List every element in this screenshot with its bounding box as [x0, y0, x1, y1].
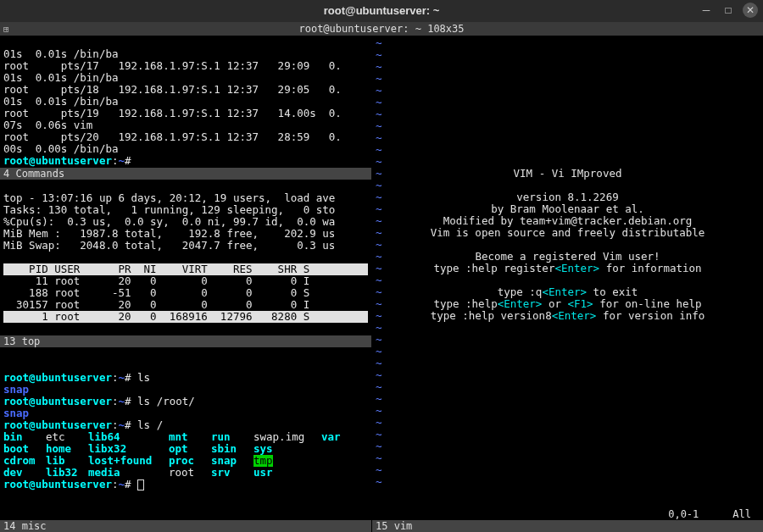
blank-line [3, 251, 10, 263]
maximize-button[interactable]: □ [721, 3, 736, 18]
pane-status-top: 13 top [0, 335, 371, 347]
top-row: 30157 root 20 0 0 0 0 I [3, 298, 309, 311]
vim-title: VIM - Vi IMproved [372, 168, 763, 180]
left-column: 01s 0.01s /bin/ba root pts/17 192.168.1.… [0, 36, 371, 532]
vim-version: version 8.1.2269 [372, 191, 763, 203]
titlebar[interactable]: root@ubuntuserver: ~ ─ □ ✕ [0, 0, 763, 22]
vim-become: Become a registered Vim user! [372, 251, 763, 263]
pane-status-label: 4 Commands [3, 168, 64, 180]
vim-author: by Bram Moolenaar et al. [372, 203, 763, 215]
vim-quit: type :q<Enter> to exit [372, 286, 763, 298]
vim-position: 0,0-1 [668, 508, 699, 520]
w-line: root pts/18 192.168.1.97:S.1 12:37 29:05… [3, 83, 342, 96]
pane-status-commands: 4 Commands [0, 168, 371, 180]
pane-status-misc: 14 misc [0, 520, 371, 532]
w-line: 07s 0.06s vim [3, 119, 92, 131]
top-tasks: Tasks: 130 total, 1 running, 129 sleepin… [3, 203, 335, 216]
top-row: 11 root 20 0 0 0 0 I [3, 274, 309, 287]
prompt-line: root@ubuntuserver:~# ls /root/ [3, 395, 195, 407]
minimize-button[interactable]: ─ [699, 3, 714, 18]
terminal-area[interactable]: 01s 0.01s /bin/ba root pts/17 192.168.1.… [0, 36, 763, 532]
top-row-selected: 1 root 20 0 168916 12796 8280 S [3, 311, 368, 323]
vim-scroll: All [732, 508, 751, 520]
w-line: root pts/17 192.168.1.97:S.1 12:37 29:09… [3, 59, 342, 72]
w-line: 01s 0.01s /bin/ba [3, 95, 118, 108]
ls-root-row: cdromliblost+foundprocsnaptmp [3, 454, 273, 467]
w-line: 01s 0.01s /bin/ba [3, 47, 118, 60]
prompt-line-active[interactable]: root@ubuntuserver:~# [3, 478, 144, 490]
ls-root-row: binetclib64mntrunswap.imgvar [3, 430, 341, 443]
terminal-window: root@ubuntuserver: ~ ─ □ ✕ ⊞ root@ubuntu… [0, 0, 763, 532]
close-button[interactable]: ✕ [743, 3, 758, 18]
w-line: root pts/20 192.168.1.97:S.1 12:37 28:59… [3, 130, 342, 143]
ls-root-row: devlib32mediarootsrvusr [3, 466, 321, 479]
pane-grid-icon[interactable]: ⊞ [3, 23, 9, 36]
window-title: root@ubuntuserver: ~ [0, 5, 763, 17]
ls-root-row: boothomelibx32optsbinsys [3, 442, 321, 455]
top-header: PID USER PR NI VIRT RES SHR S [3, 263, 368, 275]
top-row: 188 root -51 0 0 0 0 S [3, 286, 309, 299]
w-line: root pts/19 192.168.1.97:S.1 12:37 14.00… [3, 107, 342, 119]
pane-status-label: 14 misc [3, 520, 47, 532]
prompt-line: root@ubuntuserver:~# ls [3, 371, 150, 384]
prompt: root@ubuntuserver:~# [3, 154, 131, 167]
window-controls: ─ □ ✕ [699, 3, 758, 18]
vim-position-bar: 0,0-1 All [372, 508, 763, 520]
w-line: 00s 0.00s /bin/ba [3, 142, 118, 155]
pane-vim[interactable]: ~~~~~~~~~~~~~~~~~~~~~~~~~~~~~~~~~~~~~~ V… [371, 36, 763, 532]
vim-tildes: ~~~~~~~~~~~~~~~~~~~~~~~~~~~~~~~~~~~~~~ [376, 37, 382, 488]
pane-misc[interactable]: root@ubuntuserver:~# ls snap root@ubuntu… [0, 347, 371, 520]
vim-body[interactable]: ~~~~~~~~~~~~~~~~~~~~~~~~~~~~~~~~~~~~~~ V… [372, 36, 763, 508]
prompt-line: root@ubuntuserver:~# ls / [3, 418, 163, 431]
pane-commands[interactable]: 01s 0.01s /bin/ba root pts/17 192.168.1.… [0, 36, 371, 168]
terminal-subtitle: root@ubuntuserver: ~ 108x35 [298, 23, 464, 35]
pane-status-label: 13 top [3, 335, 40, 347]
top-line: top - 13:07:16 up 6 days, 20:12, 19 user… [3, 191, 335, 204]
vim-help-version: type :help version8<Enter> for version i… [372, 310, 763, 322]
top-mem: MiB Mem : 1987.8 total, 192.8 free, 202.… [3, 227, 335, 240]
terminal-tab-bar: ⊞ root@ubuntuserver: ~ 108x35 [0, 22, 763, 36]
ls-output: snap [3, 383, 29, 396]
pane-top[interactable]: top - 13:07:16 up 6 days, 20:12, 19 user… [0, 180, 371, 335]
top-cpu: %Cpu(s): 0.3 us, 0.0 sy, 0.0 ni, 99.7 id… [3, 215, 335, 228]
blank-line [3, 359, 10, 372]
vim-help-register: type :help register<Enter> for informati… [372, 263, 763, 274]
ls-output: snap [3, 407, 29, 419]
vim-modified: Modified by team+vim@tracker.debian.org [372, 215, 763, 227]
vim-open-source: Vim is open source and freely distributa… [372, 227, 763, 239]
cursor [137, 479, 144, 490]
pane-status-label: 15 vim [376, 520, 412, 532]
top-swap: MiB Swap: 2048.0 total, 2047.7 free, 0.3… [3, 239, 335, 252]
pane-status-vim: 15 vim [372, 520, 763, 532]
vim-help: type :help<Enter> or <F1> for on-line he… [372, 298, 763, 310]
w-line: 01s 0.01s /bin/ba [3, 71, 118, 84]
